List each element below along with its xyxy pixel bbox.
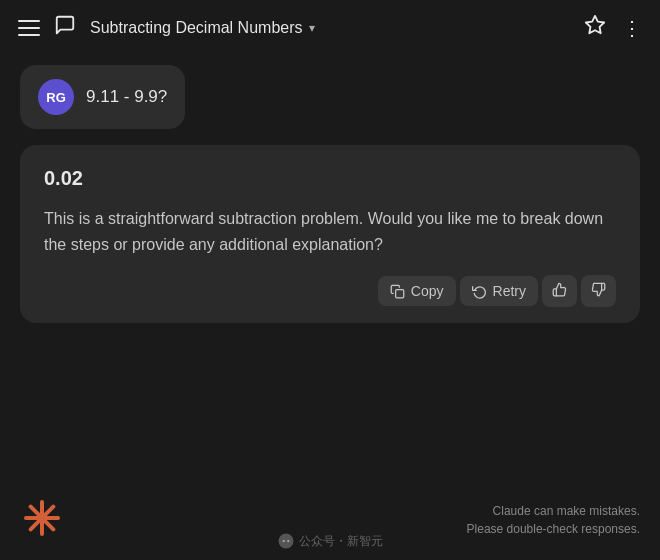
copy-button[interactable]: Copy xyxy=(378,276,456,306)
footer-disclaimer: Claude can make mistakes. Please double-… xyxy=(467,502,640,538)
wechat-icon xyxy=(277,532,295,550)
watermark: 公众号・新智元 xyxy=(277,532,383,550)
svg-rect-1 xyxy=(395,289,403,297)
thumbs-up-button[interactable] xyxy=(542,275,577,307)
response-answer: 0.02 xyxy=(44,167,616,190)
retry-icon xyxy=(472,284,487,299)
ai-response-card: 0.02 This is a straightforward subtracti… xyxy=(20,145,640,323)
conversation-title[interactable]: Subtracting Decimal Numbers ▾ xyxy=(90,19,315,37)
user-message: RG 9.11 - 9.9? xyxy=(20,65,185,129)
svg-marker-0 xyxy=(586,16,604,33)
retry-button[interactable]: Retry xyxy=(460,276,538,306)
svg-point-6 xyxy=(279,534,294,549)
more-options-button[interactable]: ⋮ xyxy=(622,16,642,40)
user-message-text: 9.11 - 9.9? xyxy=(86,87,167,107)
action-buttons: Copy Retry xyxy=(44,275,616,307)
header-left: Subtracting Decimal Numbers ▾ xyxy=(18,14,315,41)
chat-icon xyxy=(54,14,76,41)
copy-icon xyxy=(390,284,405,299)
chat-area: RG 9.11 - 9.9? 0.02 This is a straightfo… xyxy=(0,55,660,345)
header: Subtracting Decimal Numbers ▾ ⋮ xyxy=(0,0,660,55)
header-right: ⋮ xyxy=(584,14,642,41)
thumbs-down-icon xyxy=(591,282,606,297)
asterisk-logo-icon xyxy=(20,496,64,540)
menu-button[interactable] xyxy=(18,20,40,36)
thumbs-up-icon xyxy=(552,282,567,297)
chevron-down-icon: ▾ xyxy=(309,21,315,35)
avatar: RG xyxy=(38,79,74,115)
response-explanation: This is a straightforward subtraction pr… xyxy=(44,206,616,257)
star-button[interactable] xyxy=(584,14,606,41)
svg-point-8 xyxy=(287,540,289,542)
svg-point-7 xyxy=(283,540,285,542)
thumbs-down-button[interactable] xyxy=(581,275,616,307)
claude-logo xyxy=(20,496,64,544)
